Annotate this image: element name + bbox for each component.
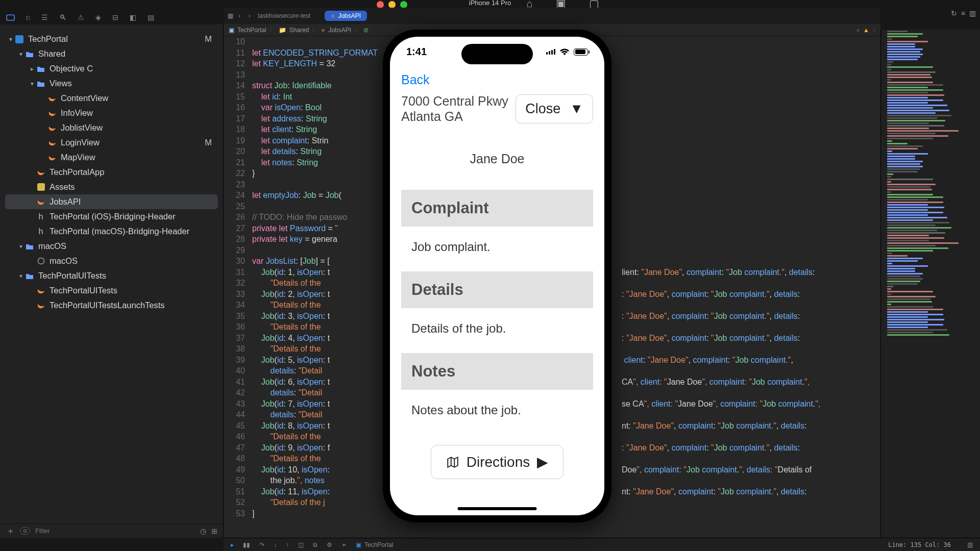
tree-item-techportalapp[interactable]: TechPortalApp xyxy=(0,165,223,180)
refresh-icon[interactable]: ↻ xyxy=(951,9,957,17)
tree-item-techportal-macos-bridging-header[interactable]: hTechPortal (macOS)-Bridging-Header xyxy=(0,224,223,239)
tree-item-views[interactable]: ▾Views xyxy=(0,76,223,91)
zoom-window-icon[interactable] xyxy=(400,1,407,8)
modified-indicator: M xyxy=(205,138,218,147)
window-traffic-lights[interactable] xyxy=(377,1,407,8)
svg-rect-2 xyxy=(37,183,45,191)
crumb-1[interactable]: Shared xyxy=(289,27,309,34)
pause-icon[interactable]: ▮▮ xyxy=(243,541,250,548)
env-icon[interactable]: ⚙︎ xyxy=(327,541,332,548)
panel-toggle-icon[interactable]: ▥ xyxy=(967,541,973,548)
directions-button[interactable]: Directions ▶ xyxy=(431,445,564,479)
tree-item-contentview[interactable]: ContentView xyxy=(0,91,223,106)
layout-icon[interactable]: ▦ xyxy=(228,12,233,19)
location-icon[interactable]: ➣ xyxy=(341,541,347,548)
add-button[interactable]: ＋ xyxy=(6,525,15,537)
prev-issue-icon[interactable]: ‹ xyxy=(857,27,859,34)
section-complaint-header: Complaint xyxy=(401,190,593,227)
issues-icon[interactable]: ⚠︎ xyxy=(78,13,84,21)
home-indicator[interactable] xyxy=(458,507,537,510)
section-notes-body: Notes about the job. xyxy=(401,390,593,435)
minimap[interactable] xyxy=(880,30,980,538)
editor-layout-buttons: ↻ ≡ ▥ xyxy=(951,9,976,17)
tab-open-file[interactable]: ⟡JobsAPI xyxy=(325,11,367,21)
back-nav[interactable]: ‹ xyxy=(235,12,243,19)
tree-item-infoview[interactable]: InfoView xyxy=(0,106,223,120)
tree-item-macos[interactable]: macOS xyxy=(0,254,223,268)
step-out-icon[interactable]: ↑ xyxy=(286,541,289,548)
memory-icon[interactable]: ⧉ xyxy=(313,541,317,548)
battery-icon xyxy=(574,48,588,56)
device-status-bar: 1:41 xyxy=(390,46,604,58)
client-name: Jane Doe xyxy=(401,152,593,166)
app-detail-view: Back 7000 Central Pkwy Atlanta GA Close … xyxy=(390,68,604,515)
minimize-window-icon[interactable] xyxy=(388,1,396,8)
device-time: 1:41 xyxy=(406,46,427,58)
tree-item-techportal-ios-bridging-header[interactable]: hTechPortal (iOS)-Bridging-Header xyxy=(0,209,223,224)
svg-rect-1 xyxy=(15,35,23,43)
close-job-dropdown[interactable]: Close ▼ xyxy=(516,94,593,123)
find-icon[interactable]: 🔍︎ xyxy=(59,13,66,21)
play-icon: ▶ xyxy=(537,454,548,470)
tab-project-name[interactable]: taskhowsecure-test xyxy=(258,12,310,19)
tree-item-joblistview[interactable]: JoblistView xyxy=(0,120,223,135)
fwd-nav[interactable]: › xyxy=(246,12,254,19)
svg-point-3 xyxy=(38,258,44,264)
scope-pill[interactable]: ⊙ xyxy=(20,527,30,535)
device-screen[interactable]: 1:41 Back 7000 Central Pkwy Atlan xyxy=(390,37,604,515)
target-indicator: ▣TechPortal xyxy=(356,541,394,548)
editor-tab-bar: ▦ ‹ › taskhowsecure-test ⟡JobsAPI xyxy=(224,8,880,24)
section-notes-header: Notes xyxy=(401,353,593,390)
hide-debug-icon[interactable]: ▸ xyxy=(231,541,234,548)
tree-item-techportaluitests[interactable]: TechPortalUITests xyxy=(0,283,223,298)
back-button[interactable]: Back xyxy=(401,68,593,93)
tree-item-jobsapi[interactable]: JobsAPI xyxy=(5,194,218,209)
source-control-icon[interactable]: ⎌ xyxy=(26,13,30,21)
assistant-icon[interactable]: ≡ xyxy=(961,9,965,17)
map-icon xyxy=(446,456,459,469)
scm-icon[interactable]: ⊞ xyxy=(211,527,217,535)
debug-icon[interactable]: ⊟ xyxy=(112,13,118,21)
project-root[interactable]: ▾ TechPortal M xyxy=(0,32,223,46)
tree-item-shared[interactable]: ▾Shared xyxy=(0,46,223,61)
navigator-filter-bar: ＋ ⊙ ◷ ⊞ xyxy=(0,523,224,538)
tree-item-techportaluitests[interactable]: ▾TechPortalUITests xyxy=(0,268,223,283)
svg-rect-0 xyxy=(7,15,14,20)
close-window-icon[interactable] xyxy=(377,1,384,8)
debug-bar: ▸ ▮▮ ↷ ↓ ↑ ◫ ⧉ ⚙︎ ➣ ▣TechPortal Line: 13… xyxy=(224,538,980,551)
chevron-down-icon: ▼ xyxy=(570,101,583,117)
project-navigator[interactable]: ▾ TechPortal M ▾Shared▸Objective C▾Views… xyxy=(0,24,224,538)
tree-item-macos[interactable]: ▾macOS xyxy=(0,239,223,254)
project-root-label: TechPortal xyxy=(28,34,68,44)
error-icon[interactable]: › xyxy=(873,27,875,34)
crumb-2[interactable]: JobsAPI xyxy=(328,27,351,34)
folder-tab-icon[interactable] xyxy=(6,13,15,22)
cellular-icon xyxy=(546,49,555,55)
recent-icon[interactable]: ◷ xyxy=(200,527,206,535)
modified-indicator: M xyxy=(205,34,218,44)
filter-input[interactable] xyxy=(35,527,195,535)
bookmarks-icon[interactable]: ☰ xyxy=(41,13,48,21)
step-in-icon[interactable]: ↓ xyxy=(274,541,277,548)
inspector-icon[interactable]: ▥ xyxy=(969,9,976,17)
tree-item-loginview[interactable]: LoginViewM xyxy=(0,135,223,150)
section-complaint-body: Job complaint. xyxy=(401,227,593,271)
step-over-icon[interactable]: ↷ xyxy=(259,541,264,548)
breakpoints-icon[interactable]: ◧ xyxy=(130,13,136,21)
section-details-body: Details of the job. xyxy=(401,308,593,353)
cursor-position: Line: 135 Col: 36 xyxy=(888,541,951,548)
tree-item-objective-c[interactable]: ▸Objective C xyxy=(0,61,223,76)
crumb-0[interactable]: TechPortal xyxy=(237,27,266,34)
view-debug-icon[interactable]: ◫ xyxy=(298,541,304,548)
tree-item-techportaluitestslaunchtests[interactable]: TechPortalUITestsLaunchTests xyxy=(0,298,223,313)
wifi-icon xyxy=(559,48,570,56)
warning-icon[interactable]: ▲ xyxy=(863,27,869,34)
iphone-simulator: 1:41 Back 7000 Central Pkwy Atlan xyxy=(383,30,611,522)
tree-item-assets[interactable]: Assets xyxy=(0,180,223,194)
tree-item-mapview[interactable]: MapView xyxy=(0,150,223,165)
tests-icon[interactable]: ◈ xyxy=(95,13,101,21)
section-details-header: Details xyxy=(401,271,593,308)
reports-icon[interactable]: ▤ xyxy=(148,13,154,21)
job-address: 7000 Central Pkwy Atlanta GA xyxy=(401,93,508,124)
